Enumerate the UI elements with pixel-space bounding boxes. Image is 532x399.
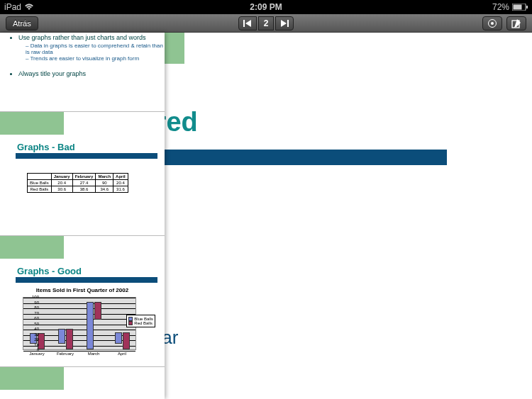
- compose-button[interactable]: [506, 16, 526, 30]
- battery-label: 72%: [492, 2, 509, 12]
- help-button[interactable]: [482, 16, 502, 30]
- slide-thumbnail[interactable]: Graphs - Bad: [0, 367, 165, 399]
- back-button[interactable]: Atrás: [6, 16, 38, 30]
- slide-accent-block: [0, 112, 64, 135]
- thumb-title: Graphs - Good: [17, 266, 82, 276]
- slide-accent-block: [0, 367, 64, 390]
- slide-thumbnail[interactable]: Graphs - Good Items Sold in First Quarte…: [0, 236, 165, 367]
- svg-rect-2: [526, 6, 528, 9]
- slide-thumbnail[interactable]: Graphs - Bad January February March Apri…: [0, 112, 165, 236]
- thumbnails-sidebar[interactable]: Use graphs rather than just charts and w…: [0, 33, 165, 399]
- page-number: 2: [258, 16, 274, 30]
- chart-legend: Blue Balls Red Balls: [126, 315, 155, 327]
- bullet-text: Trends are easier to visualize in graph …: [26, 55, 165, 62]
- bullet-text: Data in graphs is easier to comprehend &…: [26, 43, 165, 55]
- device-label: iPad: [4, 2, 21, 12]
- bar-chart: Blue Balls Red Balls 0102030405060708090…: [10, 297, 155, 361]
- bullet-text: Use graphs rather than just charts and w…: [18, 34, 165, 41]
- prev-slide-button[interactable]: [238, 16, 257, 30]
- svg-point-6: [491, 22, 494, 25]
- clock: 2:09 PM: [250, 2, 282, 12]
- thumb-title: Graphs - Bad: [17, 142, 75, 152]
- svg-rect-3: [243, 20, 245, 27]
- title-bar: [16, 153, 157, 159]
- battery-icon: [512, 4, 528, 11]
- toolbar: Atrás 2: [0, 14, 532, 33]
- title-bar: [16, 277, 157, 283]
- status-bar: iPad 2:09 PM 72%: [0, 0, 532, 14]
- data-table: January February March April Blue Balls …: [27, 173, 128, 193]
- slide-thumbnail[interactable]: Use graphs rather than just charts and w…: [0, 33, 165, 112]
- slide-accent-block: [0, 236, 64, 259]
- next-slide-button[interactable]: [275, 16, 294, 30]
- svg-rect-1: [514, 5, 522, 10]
- bullet-text: Always title your graphs: [18, 70, 165, 77]
- svg-rect-4: [287, 20, 289, 27]
- chart-title: Items Sold in First Quarter of 2002: [0, 287, 165, 293]
- wifi-icon: [24, 4, 34, 11]
